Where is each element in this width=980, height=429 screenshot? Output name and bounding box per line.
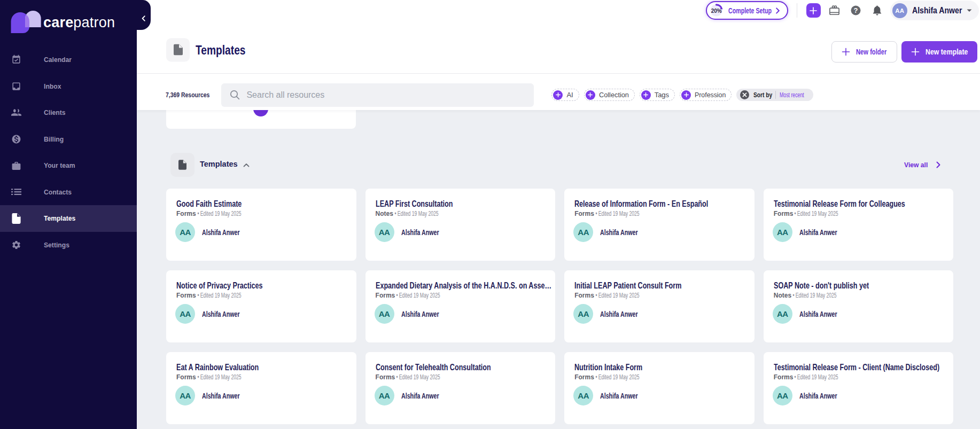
sidebar-item-templates[interactable]: Templates — [0, 205, 137, 232]
sidebar-item-label: Templates — [44, 214, 75, 222]
content-area: Templates View all Good Faith Estimate F… — [137, 110, 980, 429]
search-filter-bar: 7,369 Resources AICollectionTagsProfessi… — [137, 74, 980, 110]
calendar-icon — [11, 54, 21, 65]
clients-icon — [11, 107, 21, 118]
complete-setup-button[interactable]: 20% Complete Setup — [706, 1, 788, 20]
owner-name: Alshifa Anwer — [401, 310, 439, 318]
chevron-right-icon — [776, 7, 780, 14]
gifts-button[interactable] — [824, 3, 845, 18]
plus-icon — [586, 90, 595, 100]
topbar-divider — [797, 3, 797, 18]
card-owner: AA Alshifa Anwer — [573, 386, 638, 405]
template-card[interactable]: Testimonial Release Form - Client (Name … — [764, 352, 954, 424]
filter-chip-profession[interactable]: Profession — [680, 89, 732, 101]
filter-chip-collection[interactable]: Collection — [584, 89, 635, 101]
sort-value[interactable]: Most recent — [780, 91, 804, 99]
help-button[interactable]: ? — [845, 3, 867, 18]
setup-percent: 20% — [707, 8, 726, 14]
template-card[interactable]: Release of Information Form - En Español… — [564, 189, 755, 261]
card-meta: Forms • Edited 19 May 2025 — [574, 210, 751, 218]
template-card[interactable]: Eat A Rainbow Evaluation Forms • Edited … — [166, 352, 356, 424]
collapse-section-button[interactable] — [243, 163, 250, 167]
owner-avatar: AA — [573, 386, 593, 405]
card-title: Notice of Privacy Practices — [176, 280, 263, 291]
plus-icon — [810, 7, 817, 14]
settings-icon — [11, 240, 21, 250]
new-folder-button[interactable]: New folder — [831, 41, 897, 63]
card-meta: Forms • Edited 19 May 2025 — [376, 373, 553, 381]
owner-avatar: AA — [773, 222, 792, 242]
card-owner: AA Alshifa Anwer — [175, 222, 240, 242]
card-title: SOAP Note - don't publish yet — [774, 280, 869, 291]
gift-icon — [829, 5, 840, 15]
card-owner: AA Alshifa Anwer — [375, 304, 439, 324]
create-new-button[interactable] — [806, 3, 821, 18]
card-title: Consent for Telehealth Consultation — [376, 362, 491, 373]
card-meta: Forms • Edited 19 May 2025 — [774, 373, 951, 381]
brand-wordmark: carepatron — [43, 15, 115, 30]
page-icon-box — [166, 38, 190, 61]
card-owner: AA Alshifa Anwer — [375, 386, 439, 405]
owner-name: Alshifa Anwer — [401, 228, 439, 237]
billing-icon — [11, 134, 21, 144]
page-header: Templates New folder New template — [137, 30, 980, 74]
sidebar-item-label: Billing — [44, 135, 64, 143]
filter-chips: AICollectionTagsProfession — [551, 89, 736, 101]
card-title: LEAP First Consultation — [376, 198, 453, 209]
card-meta: Forms • Edited 19 May 2025 — [774, 210, 951, 218]
new-template-button[interactable]: New template — [901, 41, 977, 63]
filter-chip-label: Profession — [695, 91, 726, 99]
sidebar-item-billing[interactable]: Billing — [0, 126, 137, 153]
template-card[interactable]: Good Faith Estimate Forms • Edited 19 Ma… — [166, 189, 356, 261]
sidebar-item-label: Contacts — [44, 188, 72, 196]
user-menu[interactable]: AA Alshifa Anwer — [890, 1, 979, 20]
sidebar-item-inbox[interactable]: Inbox — [0, 73, 137, 100]
card-owner: AA Alshifa Anwer — [375, 222, 439, 242]
template-card[interactable]: Initial LEAP Patient Consult Form Forms … — [564, 270, 755, 342]
template-card[interactable]: Notice of Privacy Practices Forms • Edit… — [166, 270, 356, 342]
view-all-link[interactable]: View all — [904, 161, 940, 169]
template-card[interactable]: Expanded Dietary Analysis of the H.A.N.D… — [365, 270, 556, 342]
sidebar-collapse-button[interactable] — [139, 15, 147, 22]
template-card[interactable]: Testimonial Release Form for Colleagues … — [764, 189, 954, 261]
sidebar-item-calendar[interactable]: Calendar — [0, 46, 137, 73]
sidebar-item-settings[interactable]: Settings — [0, 232, 137, 259]
card-title: Testimonial Release Form for Colleagues — [774, 198, 905, 209]
template-card[interactable]: LEAP First Consultation Notes • Edited 1… — [365, 189, 556, 261]
template-card[interactable]: SOAP Note - don't publish yet Notes • Ed… — [764, 270, 954, 342]
clear-sort-icon[interactable] — [740, 90, 749, 99]
svg-text:?: ? — [854, 6, 858, 14]
sidebar-item-your-team[interactable]: Your team — [0, 152, 137, 179]
card-title: Eat A Rainbow Evaluation — [176, 362, 259, 373]
setup-label: Complete Setup — [728, 6, 772, 15]
sidebar-item-clients[interactable]: Clients — [0, 99, 137, 126]
search-box[interactable] — [221, 83, 534, 107]
sidebar-item-contacts[interactable]: Contacts — [0, 179, 137, 206]
owner-name: Alshifa Anwer — [600, 310, 638, 318]
owner-name: Alshifa Anwer — [600, 228, 638, 237]
plus-icon — [641, 90, 651, 100]
card-meta: Forms • Edited 19 May 2025 — [574, 373, 751, 381]
chevron-right-icon — [936, 161, 940, 168]
card-title: Initial LEAP Patient Consult Form — [574, 280, 681, 291]
template-card[interactable]: Consent for Telehealth Consultation Form… — [365, 352, 556, 424]
sort-label: Sort by — [753, 91, 772, 99]
plus-icon — [911, 48, 920, 56]
card-meta: Forms • Edited 19 May 2025 — [176, 373, 353, 381]
card-owner: AA Alshifa Anwer — [773, 222, 837, 242]
card-meta: Forms • Edited 19 May 2025 — [176, 210, 353, 218]
filter-chip-ai[interactable]: AI — [551, 89, 579, 101]
card-title: Expanded Dietary Analysis of the H.A.N.D… — [376, 280, 551, 291]
template-card[interactable]: Nutrition Intake Form Forms • Edited 19 … — [564, 352, 755, 424]
owner-name: Alshifa Anwer — [600, 392, 638, 400]
filter-chip-label: AI — [566, 91, 573, 99]
card-meta: Notes • Edited 19 May 2025 — [774, 292, 951, 300]
sort-chip[interactable]: Sort by Most recent — [736, 89, 813, 101]
card-title: Good Faith Estimate — [176, 198, 242, 209]
card-owner: AA Alshifa Anwer — [573, 304, 638, 324]
templates-section-header: Templates View all — [137, 153, 980, 177]
search-input[interactable] — [246, 90, 524, 100]
filter-chip-tags[interactable]: Tags — [640, 89, 675, 101]
partial-card[interactable] — [166, 110, 356, 129]
notifications-button[interactable] — [867, 3, 888, 18]
